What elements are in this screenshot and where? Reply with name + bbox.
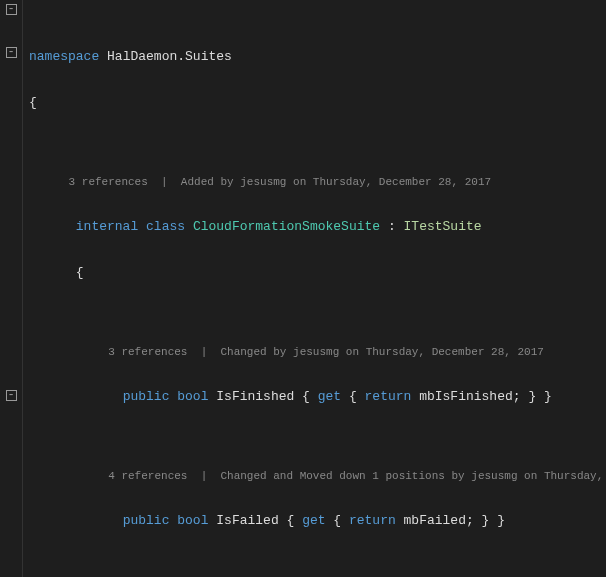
keyword-public: public [123,513,170,528]
keyword-return: return [365,389,412,404]
codelens-isfailed[interactable]: 4 references | Changed and Moved down 1 … [29,469,606,483]
keyword-return: return [349,513,396,528]
keyword-get: get [302,513,325,528]
codelens-class[interactable]: 3 references | Added by jesusmg on Thurs… [29,175,606,189]
property-name: IsFailed [216,513,278,528]
namespace-name: HalDaemon.Suites [107,49,232,64]
fold-toggle-icon[interactable]: - [6,390,17,401]
keyword-class: class [146,219,185,234]
property-name: IsFinished [216,389,294,404]
keyword-internal: internal [76,219,138,234]
keyword-get: get [318,389,341,404]
codelens-isfinished[interactable]: 3 references | Changed by jesusmg on Thu… [29,345,606,359]
fold-toggle-icon[interactable]: - [6,4,17,15]
fold-gutter: - - - [0,0,23,577]
keyword-public: public [123,389,170,404]
keyword-namespace: namespace [29,49,99,64]
code-area[interactable]: namespace HalDaemon.Suites { 3 reference… [23,0,606,577]
field-ref: mbFailed [404,513,466,528]
class-name: CloudFormationSmokeSuite [193,219,380,234]
field-ref: mbIsFinished [419,389,513,404]
keyword-bool: bool [177,389,208,404]
keyword-bool: bool [177,513,208,528]
colon: : [388,219,396,234]
fold-toggle-icon[interactable]: - [6,47,17,58]
brace-open: { [29,95,37,110]
code-editor[interactable]: - - - namespace HalDaemon.Suites { 3 ref… [0,0,606,577]
interface-name: ITestSuite [404,219,482,234]
brace-open: { [76,265,84,280]
